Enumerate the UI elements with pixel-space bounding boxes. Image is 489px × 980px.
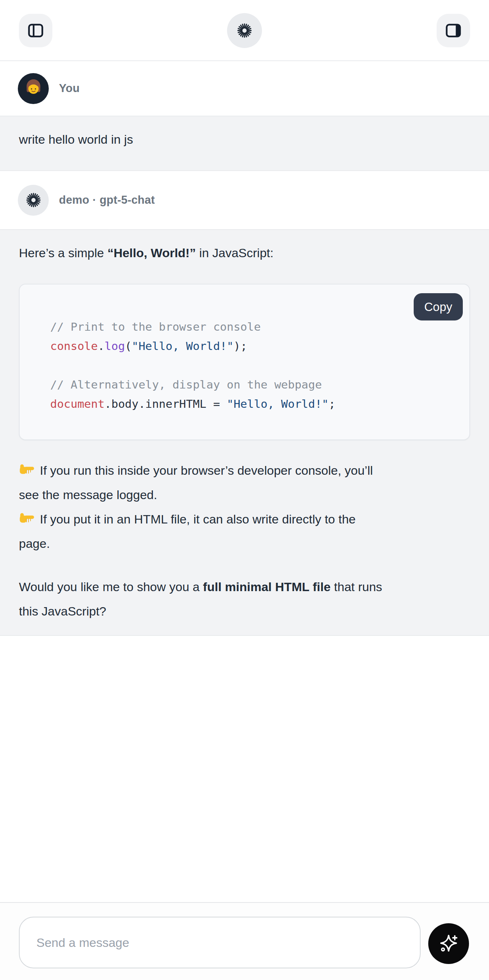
- user-message-text: write hello world in js: [19, 132, 133, 146]
- message-composer: [0, 902, 489, 980]
- code-token: console: [50, 339, 98, 353]
- right-panel-toggle-button[interactable]: [436, 14, 470, 47]
- code-token: .body.innerHTML =: [104, 397, 227, 410]
- user-message-header: You: [0, 61, 489, 116]
- text-segment: Would you like me to show you a: [19, 580, 203, 594]
- code-token: // Alternatively, display on the webpage: [50, 378, 322, 391]
- code-line: // Print to the browser console: [50, 317, 462, 336]
- assistant-paragraph: Would you like me to show you a full min…: [19, 575, 470, 624]
- sparkles-icon: [438, 933, 459, 954]
- code-content: // Print to the browser consoleconsole.l…: [20, 285, 469, 414]
- text-segment: full minimal HTML file: [203, 580, 331, 594]
- text-segment: “Hello, World!”: [107, 246, 196, 260]
- assistant-paragraph: If you run this inside your browser’s de…: [19, 458, 470, 556]
- code-token: "Hello, World!": [227, 397, 328, 410]
- chat-empty-space: [0, 636, 489, 902]
- code-token: (: [125, 339, 132, 353]
- point-right-emoji: [19, 510, 35, 526]
- code-token: .: [98, 339, 105, 353]
- code-token: "Hello, World!": [132, 339, 234, 353]
- code-line: // Alternatively, display on the webpage: [50, 375, 462, 395]
- user-message: write hello world in js: [0, 116, 489, 171]
- text-segment: in JavaScript:: [196, 246, 274, 260]
- app-logo-button[interactable]: [227, 13, 262, 48]
- user-name-label: You: [59, 82, 80, 95]
- person-emoji-icon: [22, 77, 45, 100]
- send-button[interactable]: [428, 923, 469, 964]
- code-token: // Print to the browser console: [50, 320, 261, 333]
- code-token: );: [234, 339, 247, 353]
- chat-app: You write hello world in js: [0, 0, 489, 980]
- text-segment: this JavaScript?: [19, 604, 106, 618]
- point-right-emoji: [19, 461, 35, 477]
- panel-left-icon: [27, 21, 45, 40]
- model-avatar: [18, 185, 49, 216]
- code-line: console.log("Hello, World!");: [50, 336, 462, 356]
- assistant-intro-text: Here’s a simple “Hello, World!” in JavaS…: [19, 230, 470, 261]
- text-segment: If you put it in an HTML file, it can al…: [40, 512, 355, 526]
- code-block: Copy // Print to the browser consolecons…: [19, 284, 470, 440]
- text-segment: Here’s a simple: [19, 246, 107, 260]
- code-token: ;: [328, 397, 336, 410]
- top-bar: [0, 0, 489, 61]
- text-segment: page.: [19, 536, 50, 550]
- code-line: [50, 356, 462, 375]
- assistant-message: Here’s a simple “Hello, World!” in JavaS…: [0, 229, 489, 636]
- user-avatar: [18, 73, 49, 104]
- code-token: log: [104, 339, 125, 353]
- sidebar-toggle-button[interactable]: [19, 14, 53, 47]
- text-segment: see the message logged.: [19, 488, 157, 502]
- starburst-avatar-icon: [25, 192, 42, 208]
- code-line: document.body.innerHTML = "Hello, World!…: [50, 395, 462, 414]
- message-input[interactable]: [19, 917, 421, 968]
- assistant-message-header: demo · gpt-5-chat: [0, 171, 489, 229]
- code-token: document: [50, 397, 104, 410]
- copy-code-button[interactable]: Copy: [414, 293, 463, 320]
- model-name-label: demo · gpt-5-chat: [59, 194, 155, 207]
- starburst-logo-icon: [236, 22, 253, 39]
- panel-right-icon: [444, 21, 462, 40]
- text-segment: If you run this inside your browser’s de…: [40, 463, 373, 477]
- text-segment: that runs: [331, 580, 382, 594]
